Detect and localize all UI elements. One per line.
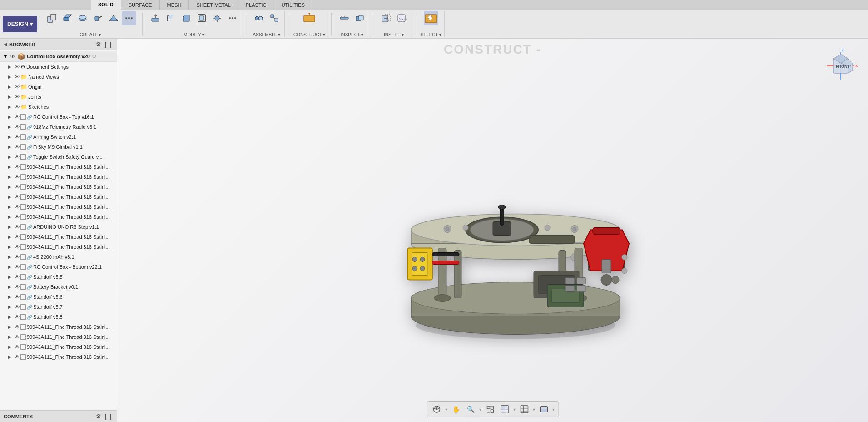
tree-item-joints[interactable]: ▶ 👁 📁 Joints [0, 92, 117, 102]
interference-icon[interactable] [352, 11, 367, 25]
tree-item-bracket[interactable]: ▶ 👁 🔗 Battery Bracket v0:1 [0, 282, 117, 292]
press-pull-icon[interactable] [148, 11, 163, 25]
tree-item-named-views[interactable]: ▶ 👁 📁 Named Views [0, 72, 117, 82]
select-label[interactable]: SELECT ▾ [421, 32, 441, 37]
loft-icon[interactable] [106, 11, 121, 25]
select-icon[interactable] [424, 11, 438, 25]
measure-icon[interactable] [337, 11, 352, 25]
svg-text:FRONT: FRONT [836, 64, 850, 69]
tree-item-standoff4[interactable]: ▶ 👁 🔗 Standoff v5.8 [0, 312, 117, 322]
rigid-group-icon[interactable] [267, 11, 282, 25]
tree-item-standoff3[interactable]: ▶ 👁 🔗 Standoff v5.7 [0, 302, 117, 312]
tree-root[interactable]: ▼ 👁 📦 Control Box Assembly v20 ⚙ [0, 51, 117, 62]
inspect-label[interactable]: INSPECT ▾ [341, 32, 363, 37]
svg-rect-84 [602, 259, 611, 273]
tree-item-screw2[interactable]: ▶ 👁 90943A111_Fine Thread 316 Stainl... [0, 172, 117, 182]
tree-item-telemetry[interactable]: ▶ 👁 🔗 918Mz Telemetry Radio v3:1 [0, 122, 117, 132]
insert-label[interactable]: INSERT ▾ [384, 32, 404, 37]
sweep-icon[interactable] [91, 11, 105, 25]
tree-item-screw1[interactable]: ▶ 👁 90943A111_Fine Thread 316 Stainl... [0, 162, 117, 172]
display-tool[interactable] [538, 403, 550, 415]
viewport-bottom-toolbar: ▾ ✋ 🔍 ▾ [427, 401, 559, 417]
svg-rect-99 [491, 410, 493, 412]
tree-item-doc-settings[interactable]: ▶ 👁 ⚙ Document Settings [0, 62, 117, 72]
comments-collapse-icon[interactable]: ❙❙ [103, 413, 113, 420]
tree-item-origin[interactable]: ▶ 👁 📁 Origin [0, 82, 117, 92]
more-create-icon[interactable] [122, 11, 136, 25]
modify-label[interactable]: MODIFY ▾ [184, 32, 204, 37]
tab-mesh[interactable]: MESH [160, 0, 189, 10]
tab-surface[interactable]: SURFACE [121, 0, 160, 10]
pan-tool[interactable]: ✋ [450, 403, 462, 415]
create-label[interactable]: CREATE ▾ [80, 32, 101, 37]
fit-tool[interactable] [484, 403, 496, 415]
tree-item-standoff1[interactable]: ▶ 👁 🔗 Standoff v5.5 [0, 272, 117, 282]
browser-title: BROWSER [9, 42, 35, 47]
view-arrow[interactable]: ▾ [513, 407, 516, 412]
browser-header: ◀ BROWSER ⚙ ❙❙ [0, 39, 117, 50]
tree-item-screw7[interactable]: ▶ 👁 90943A111_Fine Thread 316 Stainl... [0, 232, 117, 242]
offset-plane-icon[interactable] [302, 11, 317, 25]
root-settings-icon[interactable]: ⚙ [92, 53, 97, 60]
tree-item-screw12[interactable]: ▶ 👁 90943A111_Fine Thread 316 Stainl... [0, 352, 117, 362]
collapse-icon[interactable]: ◀ [4, 42, 7, 47]
orbit-tool[interactable] [431, 403, 442, 415]
tree-item-sketches[interactable]: ▶ 👁 📁 Sketches [0, 102, 117, 112]
shell-icon[interactable] [194, 11, 209, 25]
extrude-icon[interactable] [60, 11, 74, 25]
main-area: ◀ BROWSER ⚙ ❙❙ ▼ 👁 📦 Control Box Assembl… [0, 39, 868, 422]
svg-rect-89 [529, 235, 575, 243]
construct-label[interactable]: CONSTRUCT ▾ [293, 32, 325, 37]
root-visibility-icon[interactable]: 👁 [10, 53, 15, 60]
tree-item-screw6[interactable]: ▶ 👁 90943A111_Fine Thread 316 Stainl... [0, 212, 117, 222]
tab-plastic[interactable]: PLASTIC [238, 0, 274, 10]
grid-tool[interactable] [518, 403, 530, 415]
tree-item-screw8[interactable]: ▶ 👁 90943A111_Fine Thread 316 Stainl... [0, 242, 117, 252]
svg-point-78 [412, 257, 417, 261]
orbit-arrow[interactable]: ▾ [445, 407, 447, 412]
tree-item-standoff2[interactable]: ▶ 👁 🔗 Standoff v5.6 [0, 292, 117, 302]
insert-derive-icon[interactable] [379, 11, 393, 25]
viewport[interactable]: CONSTRUCT - Z X FRONT R [117, 39, 868, 422]
tree-item-gimbal[interactable]: ▶ 👁 🔗 FrSky M9 Gimbal v1:1 [0, 142, 117, 152]
svg-text:R: R [848, 65, 851, 68]
tab-sheet-metal[interactable]: SHEET METAL [189, 0, 238, 10]
display-arrow[interactable]: ▾ [552, 407, 555, 412]
tree-item-arming[interactable]: ▶ 👁 🔗 Arming Switch v2:1 [0, 132, 117, 142]
comments-settings-icon[interactable]: ⚙ [96, 413, 101, 420]
chamfer-icon[interactable] [179, 11, 193, 25]
assemble-label[interactable]: ASSEMBLE ▾ [253, 32, 281, 37]
revolve-icon[interactable] [75, 11, 90, 25]
tree-item-rc-top[interactable]: ▶ 👁 🔗 RC Control Box - Top v16:1 [0, 112, 117, 122]
design-button[interactable]: DESIGN ▾ [3, 16, 37, 32]
view-tool[interactable] [499, 403, 511, 415]
tree-item-screw5[interactable]: ▶ 👁 90943A111_Fine Thread 316 Stainl... [0, 202, 117, 212]
svg-point-5 [79, 15, 86, 19]
root-label: Control Box Assembly v20 [27, 54, 90, 59]
zoom-tool[interactable]: 🔍 [465, 403, 476, 415]
zoom-arrow[interactable]: ▾ [479, 407, 481, 412]
tree-item-screw11[interactable]: ▶ 👁 90943A111_Fine Thread 316 Stainl... [0, 342, 117, 352]
tree-item-toggle[interactable]: ▶ 👁 🔗 Toggle Switch Safety Guard v... [0, 152, 117, 162]
tab-utilities[interactable]: UTILITIES [274, 0, 312, 10]
assemble-icons [252, 11, 282, 25]
tree-item-screw9[interactable]: ▶ 👁 90943A111_Fine Thread 316 Stainl... [0, 322, 117, 332]
tree-item-rc-bottom[interactable]: ▶ 👁 🔗 RC Control Box - Bottom v22:1 [0, 262, 117, 272]
tree-item-screw10[interactable]: ▶ 👁 90943A111_Fine Thread 316 Stainl... [0, 332, 117, 342]
nav-cube[interactable]: Z X FRONT R [823, 48, 859, 84]
tree-item-screw3[interactable]: ▶ 👁 90943A111_Fine Thread 316 Stainl... [0, 182, 117, 192]
fillet-icon[interactable] [164, 11, 178, 25]
tree-item-battery[interactable]: ▶ 👁 🔗 4S 2200 mAh v8:1 [0, 252, 117, 262]
insert-svg-icon[interactable]: SVG [394, 11, 409, 25]
tree-item-arduino[interactable]: ▶ 👁 🔗 ARDUINO UNO R3 Step v1:1 [0, 222, 117, 232]
joint-icon[interactable] [252, 11, 266, 25]
svg-point-57 [498, 205, 506, 209]
tree-item-screw4[interactable]: ▶ 👁 90943A111_Fine Thread 316 Stainl... [0, 192, 117, 202]
tab-solid[interactable]: SOLID [91, 0, 121, 10]
grid-arrow[interactable]: ▾ [533, 407, 535, 412]
new-component-icon[interactable] [45, 11, 59, 25]
move-icon[interactable] [210, 11, 224, 25]
browser-collapse-icon[interactable]: ❙❙ [103, 41, 113, 48]
browser-settings-icon[interactable]: ⚙ [96, 41, 101, 48]
more-modify-icon[interactable] [225, 11, 240, 25]
